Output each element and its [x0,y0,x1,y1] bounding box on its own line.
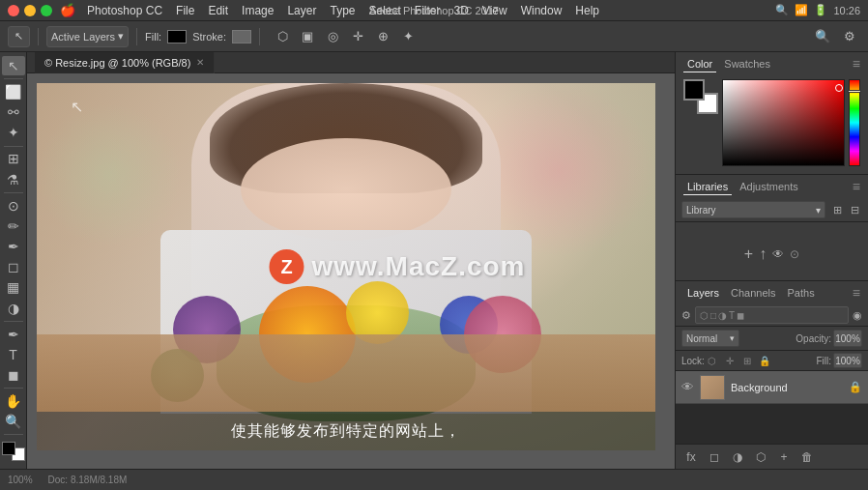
channels-tab[interactable]: Channels [727,285,779,301]
tab-close-button[interactable]: ✕ [196,57,204,68]
opacity-label: Opacity: [796,333,831,344]
color-tab[interactable]: Color [683,56,716,72]
layers-footer: fx ◻ ◑ ⬡ + 🗑 [676,444,868,469]
lock-icons: ⬡ ✛ ⊞ 🔒 [705,353,772,368]
settings-icon[interactable]: ⚙ [839,26,860,47]
add-layer-style-icon[interactable]: fx [681,447,701,467]
magic-wand-tool[interactable]: ✦ [2,123,25,142]
menu-type[interactable]: Type [324,2,361,19]
transform-icon[interactable]: ✦ [397,26,419,47]
distribute-icon[interactable]: ✛ [347,26,368,47]
gradient-tool[interactable]: ▦ [2,277,25,297]
library-share-button[interactable]: ↑ [759,245,767,263]
hand-tool[interactable]: ✋ [2,391,25,411]
apple-icon[interactable]: 🍎 [60,3,75,18]
sep2 [136,28,137,45]
menu-file[interactable]: File [170,2,200,19]
crop-tool[interactable]: ⊞ [2,149,25,168]
clone-stamp-tool[interactable]: ✒ [2,237,25,256]
menu-photoshop[interactable]: Photoshop CC [81,2,168,19]
lock-artboards-icon[interactable]: ⊞ [739,353,755,368]
stroke-swatch[interactable] [232,30,251,43]
brush-tool[interactable]: ✏ [2,216,25,236]
library-eye-button[interactable]: 👁 [772,247,784,261]
color-picker-row [680,79,864,170]
create-layer-icon[interactable]: + [774,447,794,467]
close-button[interactable] [8,5,19,16]
align-right-icon[interactable]: ◎ [322,26,343,47]
move-tool-icon[interactable]: ↖ [8,26,30,47]
text-tool[interactable]: T [2,345,25,364]
color-panel-header: Color Swatches ≡ [676,52,868,75]
fill-swatch[interactable] [167,30,187,43]
canvas-wrapper[interactable]: ↖ Z www.MacZ.com 使其能够发布到特定的网站上， [27,73,675,469]
main-layout: ↖ ⬜ ⚯ ✦ ⊞ ⚗ ⊙ ✏ ✒ ◻ ▦ ◑ ✒ T ◼ ✋ 🔍 © Resi… [0,52,868,469]
lock-pixels-icon[interactable]: ⬡ [705,353,720,368]
search-workspace-icon[interactable]: 🔍 [812,26,833,47]
document-tab[interactable]: © Resize.jpg @ 100% (RGB/8) ✕ [35,52,215,73]
add-adjustment-icon[interactable]: ◑ [728,447,747,467]
eyedropper-tool[interactable]: ⚗ [2,170,25,189]
menu-layer[interactable]: Layer [281,2,322,19]
blend-mode-dropdown[interactable]: Normal ▾ [681,330,739,347]
layer-row-background[interactable]: 👁 Background 🔒 [676,371,868,404]
layer-filter-bar[interactable]: ⬡ □ ◑ T ◼ [695,306,849,324]
library-more-icon[interactable]: ⊙ [790,247,799,261]
layers-panel-menu-icon[interactable]: ≡ [853,285,860,301]
lasso-tool[interactable]: ⚯ [2,102,25,122]
fill-input[interactable]: 100% [833,353,862,368]
library-add-button[interactable]: + [744,245,753,263]
layer-filter-toggle[interactable]: ◉ [853,309,862,322]
canvas-image: ↖ Z www.MacZ.com 使其能够发布到特定的网站上， [37,83,655,450]
active-layers-dropdown[interactable]: Active Layers ▾ [46,26,129,47]
color-gradient-picker[interactable] [722,79,845,166]
align-center-icon[interactable]: ▣ [297,26,318,47]
menu-window[interactable]: Window [515,2,568,19]
swatches-tab[interactable]: Swatches [720,56,774,72]
color-panel-menu-icon[interactable]: ≡ [853,56,860,72]
fg-bg-swatches-panel[interactable] [683,79,718,114]
tool-sep-1 [4,78,23,79]
lock-position-icon[interactable]: ✛ [722,353,738,368]
options-toolbar: ↖ Active Layers ▾ Fill: Stroke: ⬡ ▣ ◎ ✛ … [0,21,868,52]
battery-icon: 🔋 [814,4,827,16]
create-group-icon[interactable]: ⬡ [751,447,770,467]
menu-bar-right-icons: 🔍 📶 🔋 10:26 [775,4,860,16]
menu-image[interactable]: Image [236,2,279,19]
arrange-icon[interactable]: ⊕ [372,26,393,47]
library-grid-icon[interactable]: ⊟ [847,202,862,217]
tool-sep-2 [4,146,23,147]
color-hue-slider[interactable] [849,79,860,166]
layer-visibility-icon[interactable]: 👁 [681,380,694,394]
app-title: Adobe Photoshop CC 2017 [369,5,499,16]
heal-tool[interactable]: ⊙ [2,196,25,216]
move-tool[interactable]: ↖ [2,56,25,75]
eraser-tool[interactable]: ◻ [2,257,25,276]
menu-edit[interactable]: Edit [202,2,234,19]
marquee-tool[interactable]: ⬜ [2,82,25,101]
lock-all-icon[interactable]: 🔒 [757,353,772,368]
menu-help[interactable]: Help [569,2,605,19]
doc-info: Doc: 8.18M/8.18M [48,475,128,485]
zoom-tool[interactable]: 🔍 [2,412,25,431]
pen-tool[interactable]: ✒ [2,324,25,343]
add-mask-icon[interactable]: ◻ [705,447,724,467]
dodge-tool[interactable]: ◑ [2,298,25,317]
layers-filter-controls: ⚙ ⬡ □ ◑ T ◼ ◉ [676,304,868,327]
fullscreen-button[interactable] [41,5,52,16]
opacity-input[interactable]: 100% [833,330,862,347]
search-icon[interactable]: 🔍 [775,4,789,16]
fg-bg-color-swatches[interactable] [2,442,25,461]
library-list-icon[interactable]: ⊞ [829,202,845,217]
shape-tool[interactable]: ◼ [2,365,25,385]
library-dropdown[interactable]: Library ▾ [681,201,825,218]
libraries-tab[interactable]: Libraries [683,179,732,195]
cursor-position: ↖ [71,98,83,116]
align-left-icon[interactable]: ⬡ [272,26,293,47]
paths-tab[interactable]: Paths [784,285,819,301]
delete-layer-icon[interactable]: 🗑 [797,447,817,467]
libraries-panel-menu-icon[interactable]: ≡ [853,179,860,194]
minimize-button[interactable] [24,5,36,16]
adjustments-tab[interactable]: Adjustments [736,179,802,194]
layers-tab[interactable]: Layers [683,285,723,301]
